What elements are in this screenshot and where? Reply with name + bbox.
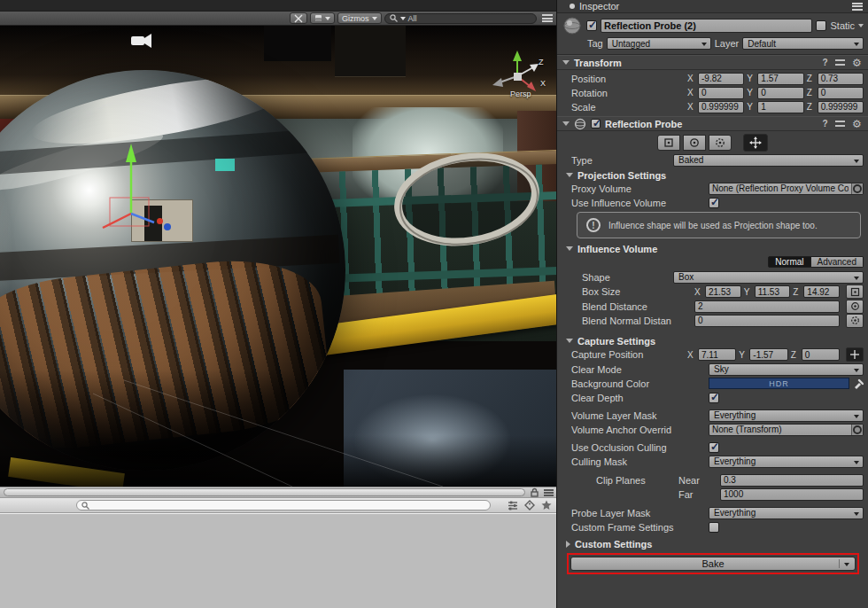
bottom-search-input[interactable] — [76, 500, 491, 511]
edit-bounds-button[interactable] — [846, 285, 864, 299]
probe-layer-mask-dropdown[interactable]: Everything — [709, 507, 864, 519]
clip-planes-label: Clip Planes — [571, 475, 676, 486]
foldout-icon[interactable] — [566, 339, 573, 343]
axis-x-label: X — [694, 287, 702, 297]
use-occlusion-culling-checkbox[interactable] — [709, 442, 719, 453]
gear-icon[interactable] — [851, 57, 863, 68]
static-dropdown-icon[interactable] — [858, 24, 864, 27]
bake-button[interactable]: Bake — [570, 557, 856, 571]
custom-frame-settings-checkbox[interactable] — [709, 522, 719, 533]
bake-label: Bake — [701, 558, 724, 569]
camera-gizmo-icon[interactable] — [131, 34, 151, 48]
blend-normal-distance-field[interactable]: 0 — [694, 315, 840, 327]
capture-settings-header[interactable]: Capture Settings — [557, 334, 868, 347]
hdr-color-field[interactable]: HDR — [709, 378, 849, 389]
probe-capture-point-button[interactable] — [743, 134, 768, 152]
foldout-icon[interactable] — [566, 246, 573, 251]
gameobject-header: Reflection Probe (2) Static — [557, 16, 868, 34]
far-field[interactable]: 1000 — [720, 488, 864, 501]
rotation-z-field[interactable]: 0 — [818, 87, 864, 99]
panel-menu-icon[interactable] — [852, 3, 863, 11]
scene-tool-button[interactable] — [290, 12, 307, 24]
layer-dropdown[interactable]: Default — [742, 37, 864, 50]
custom-settings-header[interactable]: Custom Settings — [557, 537, 868, 550]
lock-icon[interactable] — [530, 487, 539, 497]
position-z-field[interactable]: 0.73 — [818, 73, 864, 85]
mode-normal-button[interactable]: Normal — [768, 256, 810, 268]
transform-header[interactable]: Transform — [557, 55, 868, 70]
clear-mode-dropdown[interactable]: Sky — [709, 363, 864, 376]
rotation-y-field[interactable]: 0 — [757, 87, 803, 99]
scene-viewport[interactable]: Z X Persp — [0, 26, 557, 487]
component-enabled-checkbox[interactable] — [591, 119, 601, 129]
sliders-icon[interactable] — [508, 500, 518, 511]
volume-layer-mask-dropdown[interactable]: Everything — [709, 409, 864, 422]
star-icon[interactable] — [541, 500, 552, 511]
presets-icon[interactable] — [835, 118, 847, 129]
probe-influence-edit-button[interactable] — [657, 135, 680, 151]
edit-blend-normal-button[interactable] — [846, 314, 864, 328]
box-size-row: Box Size X 21.53 Y 11.53 Z 14.92 — [557, 285, 868, 299]
box-size-x-field[interactable]: 21.53 — [705, 285, 741, 298]
scale-x-field[interactable]: 0.999999 — [698, 101, 744, 113]
tag-dropdown[interactable]: Untagged — [607, 37, 711, 50]
type-dropdown[interactable]: Baked — [673, 154, 864, 167]
gear-icon[interactable] — [851, 118, 863, 129]
panel-menu-icon[interactable] — [542, 14, 553, 22]
active-checkbox[interactable] — [586, 20, 597, 31]
scene-search-input[interactable]: All — [384, 13, 537, 24]
reflection-probe-icon — [574, 118, 586, 130]
clear-depth-checkbox[interactable] — [709, 393, 719, 403]
volume-anchor-object-field[interactable]: None (Transform) — [709, 424, 864, 436]
capture-point-move-button[interactable] — [846, 347, 864, 362]
reflection-probe-header[interactable]: Reflection Probe — [557, 116, 868, 131]
object-picker-icon[interactable] — [851, 183, 863, 194]
proxy-volume-object-field[interactable]: None (Reflection Proxy Volume Co — [709, 183, 864, 195]
foldout-icon[interactable] — [562, 121, 570, 126]
presets-icon[interactable] — [835, 57, 847, 68]
foldout-collapsed-icon[interactable] — [566, 541, 570, 548]
scale-y-field[interactable]: 1 — [757, 101, 803, 113]
help-icon[interactable] — [819, 57, 831, 68]
shading-mode-dropdown[interactable] — [310, 12, 335, 24]
box-size-z-field[interactable]: 14.92 — [803, 285, 840, 298]
foldout-icon[interactable] — [566, 173, 573, 177]
scrollbar-thumb[interactable] — [4, 488, 525, 496]
box-size-y-field[interactable]: 11.53 — [755, 285, 791, 298]
near-field[interactable]: 0.3 — [720, 474, 864, 487]
blend-distance-field[interactable]: 2 — [694, 300, 840, 313]
position-x-field[interactable]: -9.82 — [698, 73, 744, 85]
capture-position-y-field[interactable]: -1.57 — [749, 348, 787, 361]
capture-position-z-field[interactable]: 0 — [802, 348, 840, 361]
foldout-icon[interactable] — [562, 60, 570, 65]
projection-settings-header[interactable]: Projection Settings — [557, 168, 868, 182]
panel-menu-icon[interactable] — [544, 489, 554, 496]
help-icon[interactable] — [819, 118, 831, 129]
edit-blend-button[interactable] — [846, 300, 864, 314]
eyedropper-icon[interactable] — [852, 378, 864, 389]
static-checkbox[interactable] — [816, 20, 826, 31]
gizmos-dropdown[interactable]: Gizmos — [337, 12, 382, 24]
scene-orientation-gizmo[interactable] — [492, 51, 539, 91]
tag-icon[interactable] — [524, 500, 535, 511]
gameobject-name-field[interactable]: Reflection Probe (2) — [601, 19, 812, 33]
capture-position-x-field[interactable]: 7.11 — [698, 348, 736, 361]
use-influence-volume-row: Use Influence Volume — [557, 196, 868, 209]
culling-mask-dropdown[interactable]: Everything — [709, 456, 864, 468]
probe-blend-edit-button[interactable] — [683, 135, 706, 151]
rotation-row: Rotation X 0 Y 0 Z 0 — [557, 86, 868, 99]
influence-volume-header[interactable]: Influence Volume — [557, 242, 868, 255]
shape-dropdown[interactable]: Box — [673, 271, 864, 284]
use-influence-volume-checkbox[interactable] — [709, 198, 719, 208]
use-occlusion-culling-row: Use Occlusion Culling — [557, 440, 868, 454]
capture-position-label: Capture Position — [571, 349, 685, 360]
rotation-x-field[interactable]: 0 — [698, 87, 744, 99]
object-picker-icon[interactable] — [851, 425, 863, 435]
position-y-field[interactable]: 1.57 — [757, 73, 803, 85]
move-gizmo[interactable] — [103, 144, 154, 228]
mode-advanced-button[interactable]: Advanced — [811, 256, 864, 268]
probe-blend-normal-edit-button[interactable] — [709, 135, 732, 151]
persp-label[interactable]: Persp — [510, 90, 531, 98]
inspector-tab[interactable]: Inspector — [557, 0, 868, 13]
scale-z-field[interactable]: 0.999999 — [818, 101, 864, 113]
